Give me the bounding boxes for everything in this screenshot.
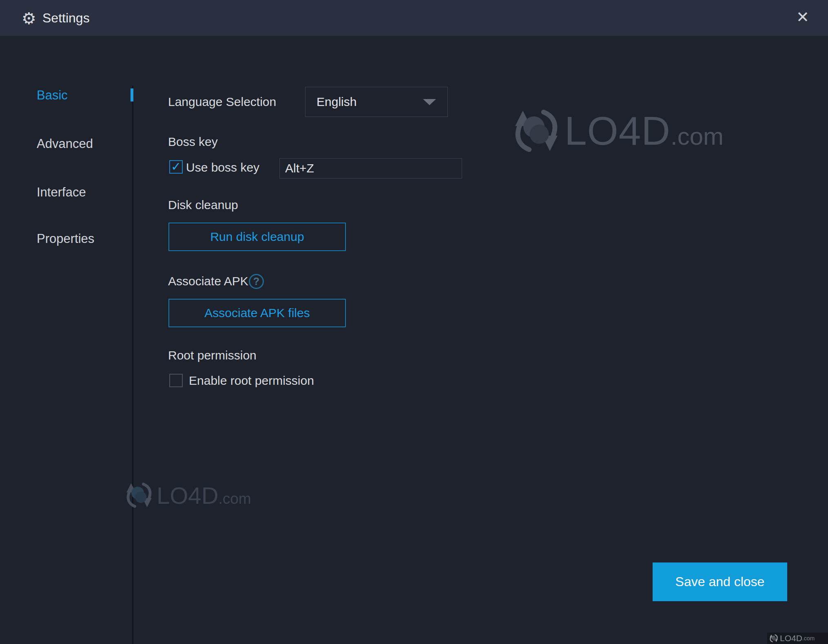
boss-key-shortcut-input[interactable] bbox=[279, 158, 462, 179]
watermark-side: LO4D .com bbox=[125, 481, 251, 509]
titlebar: ⚙ Settings ✕ bbox=[0, 0, 828, 36]
gear-icon: ⚙ bbox=[20, 9, 38, 28]
sidebar-item-basic[interactable]: Basic bbox=[37, 88, 68, 103]
check-icon: ✓ bbox=[171, 161, 181, 173]
watermark-brand: LO4D bbox=[157, 482, 219, 509]
watermark-suffix: .com bbox=[219, 490, 251, 507]
sidebar-item-properties[interactable]: Properties bbox=[37, 231, 94, 247]
sidebar-item-interface[interactable]: Interface bbox=[37, 185, 86, 200]
root-permission-checkbox-label: Enable root permission bbox=[189, 373, 314, 388]
watermark-suffix: .com bbox=[671, 122, 724, 150]
sidebar-divider bbox=[132, 86, 133, 644]
boss-key-checkbox[interactable]: ✓ bbox=[169, 160, 183, 174]
root-permission-checkbox[interactable] bbox=[169, 374, 183, 387]
watermark-brand: LO4D bbox=[780, 633, 802, 643]
watermark-suffix: .com bbox=[802, 635, 815, 642]
help-icon[interactable]: ? bbox=[249, 274, 264, 289]
lo4d-logo-icon bbox=[512, 107, 560, 155]
sidebar-item-advanced[interactable]: Advanced bbox=[37, 136, 93, 152]
boss-key-heading: Boss key bbox=[168, 134, 218, 150]
watermark-corner: LO4D .com bbox=[767, 633, 828, 644]
lo4d-logo-icon bbox=[769, 634, 778, 643]
chevron-down-icon bbox=[423, 99, 436, 105]
settings-window: ⚙ Settings ✕ Basic Advanced Interface Pr… bbox=[0, 0, 828, 644]
language-dropdown[interactable]: English bbox=[305, 87, 448, 117]
disk-cleanup-heading: Disk cleanup bbox=[168, 197, 238, 213]
window-title: Settings bbox=[42, 10, 90, 26]
close-button[interactable]: ✕ bbox=[789, 3, 817, 31]
watermark-center: LO4D .com bbox=[512, 107, 724, 155]
save-and-close-button[interactable]: Save and close bbox=[653, 562, 787, 601]
close-icon: ✕ bbox=[796, 8, 809, 26]
associate-apk-heading: Associate APK bbox=[168, 273, 248, 289]
watermark-brand: LO4D bbox=[565, 108, 671, 154]
root-permission-heading: Root permission bbox=[168, 348, 257, 363]
language-selection-label: Language Selection bbox=[168, 94, 276, 110]
associate-apk-files-button[interactable]: Associate APK files bbox=[168, 299, 346, 327]
run-disk-cleanup-button[interactable]: Run disk cleanup bbox=[168, 223, 346, 251]
language-dropdown-value: English bbox=[317, 87, 356, 117]
active-tab-indicator bbox=[131, 88, 133, 101]
boss-key-checkbox-label: Use boss key bbox=[186, 160, 259, 175]
lo4d-logo-icon bbox=[125, 481, 153, 509]
